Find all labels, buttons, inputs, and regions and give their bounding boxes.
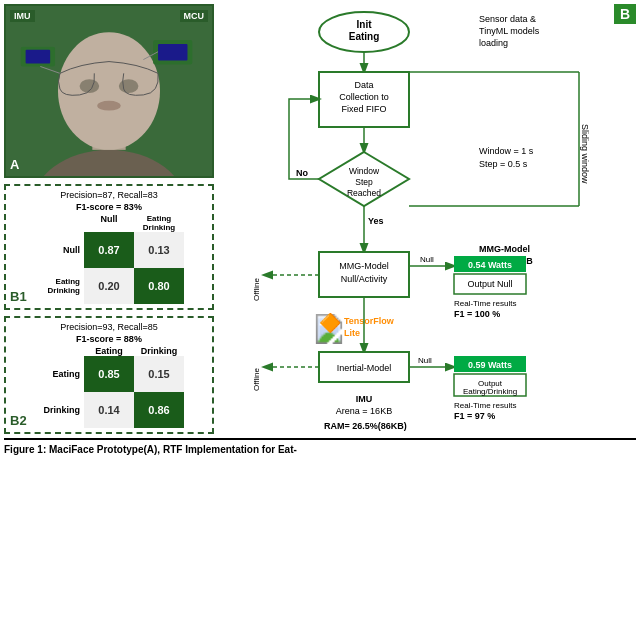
matrix-b2-grid: Eating Drinking Eating 0.85 0.15 Drinkin… bbox=[10, 346, 208, 428]
svg-text:Eating/Drinking: Eating/Drinking bbox=[463, 387, 517, 396]
matrix-b1-row1: Null 0.87 0.13 bbox=[34, 232, 184, 268]
panel-b2-label: B2 bbox=[10, 413, 27, 428]
svg-text:Real-Time results: Real-Time results bbox=[454, 299, 516, 308]
matrix-b1-title2: F1-score = 83% bbox=[10, 202, 208, 212]
matrix-b2-box: Precision=93, Recall=85 F1-score = 88% E… bbox=[4, 316, 214, 434]
svg-text:Step = 0.5 s: Step = 0.5 s bbox=[479, 159, 528, 169]
matrix-b1-grid: Null EatingDrinking Null 0.87 0.13 Eatin… bbox=[10, 214, 208, 304]
svg-text:TinyML models: TinyML models bbox=[479, 26, 540, 36]
svg-text:Reached: Reached bbox=[347, 188, 381, 198]
panel-a-label: A bbox=[10, 157, 19, 172]
mcu-label: MCU bbox=[180, 10, 209, 22]
svg-text:Lite: Lite bbox=[344, 328, 360, 338]
main-container: IMU MCU A Precision=87, Recall=83 F1-sco… bbox=[0, 0, 640, 642]
cell-080: 0.80 bbox=[134, 268, 184, 304]
svg-text:TensorFlow: TensorFlow bbox=[344, 316, 395, 326]
svg-text:0.59 Watts: 0.59 Watts bbox=[468, 360, 512, 370]
svg-text:Null: Null bbox=[418, 356, 432, 365]
svg-text:loading: loading bbox=[479, 38, 508, 48]
svg-text:Eating: Eating bbox=[349, 31, 380, 42]
cell-086: 0.86 bbox=[134, 392, 184, 428]
svg-text:Inertial-Model: Inertial-Model bbox=[337, 363, 392, 373]
col-label-drinking: Drinking bbox=[134, 346, 184, 356]
caption-text: Figure 1: MaciFace Prototype(A), RTF Imp… bbox=[4, 444, 297, 455]
svg-text:Sensor data &: Sensor data & bbox=[479, 14, 536, 24]
matrix-b1-box: Precision=87, Recall=83 F1-score = 83% N… bbox=[4, 184, 214, 310]
row-label-null: Null bbox=[34, 245, 84, 255]
svg-point-6 bbox=[97, 101, 121, 111]
svg-text:Window: Window bbox=[349, 166, 380, 176]
col-label-eating-drinking: EatingDrinking bbox=[134, 214, 184, 232]
svg-point-3 bbox=[58, 32, 160, 150]
svg-text:🔶: 🔶 bbox=[319, 312, 342, 334]
right-panel: B Init Eating Sensor data & TinyML model… bbox=[224, 4, 636, 434]
matrix-b2-row2: Drinking 0.14 0.86 bbox=[34, 392, 184, 428]
svg-text:F1 = 97 %: F1 = 97 % bbox=[454, 411, 495, 421]
left-panel: IMU MCU A Precision=87, Recall=83 F1-sco… bbox=[4, 4, 224, 434]
svg-text:IMU: IMU bbox=[356, 394, 373, 404]
svg-text:Init: Init bbox=[357, 19, 373, 30]
cell-087: 0.87 bbox=[84, 232, 134, 268]
svg-text:Real-Time results: Real-Time results bbox=[454, 401, 516, 410]
imu-label: IMU bbox=[10, 10, 35, 22]
matrix-b1-row2: EatingDrinking 0.20 0.80 bbox=[34, 268, 184, 304]
top-section: IMU MCU A Precision=87, Recall=83 F1-sco… bbox=[4, 4, 636, 434]
svg-text:RAM= 26.5%(86KB): RAM= 26.5%(86KB) bbox=[324, 421, 407, 431]
svg-text:No: No bbox=[296, 168, 308, 178]
flowchart-svg: Init Eating Sensor data & TinyML models … bbox=[234, 4, 634, 434]
row-label-drinking: Drinking bbox=[34, 405, 84, 415]
svg-text:Yes: Yes bbox=[368, 216, 384, 226]
svg-text:Window = 1 s: Window = 1 s bbox=[479, 146, 534, 156]
svg-text:MMG-Model: MMG-Model bbox=[479, 244, 530, 254]
svg-text:Data: Data bbox=[354, 80, 373, 90]
matrix-b1-col-labels: Null EatingDrinking bbox=[84, 214, 184, 232]
svg-text:MMG-Model: MMG-Model bbox=[339, 261, 389, 271]
matrix-b2-title1: Precision=93, Recall=85 bbox=[10, 322, 208, 332]
svg-text:Collection to: Collection to bbox=[339, 92, 389, 102]
photo-inner bbox=[6, 6, 212, 176]
panel-b1-label: B1 bbox=[10, 289, 27, 304]
svg-rect-8 bbox=[26, 50, 51, 64]
matrix-b2-title2: F1-score = 88% bbox=[10, 334, 208, 344]
row-label-eating: Eating bbox=[34, 369, 84, 379]
svg-point-5 bbox=[119, 79, 139, 93]
matrix-b2-row1: Eating 0.85 0.15 bbox=[34, 356, 184, 392]
col-label-eating: Eating bbox=[84, 346, 134, 356]
cell-020: 0.20 bbox=[84, 268, 134, 304]
svg-text:Output Null: Output Null bbox=[467, 279, 512, 289]
cell-014: 0.14 bbox=[84, 392, 134, 428]
svg-text:Sliding window: Sliding window bbox=[580, 124, 590, 184]
svg-text:Null/Activity: Null/Activity bbox=[341, 274, 388, 284]
svg-text:Step: Step bbox=[355, 177, 373, 187]
svg-text:Offline: Offline bbox=[252, 367, 261, 391]
photo-box: IMU MCU A bbox=[4, 4, 214, 178]
svg-text:0.54 Watts: 0.54 Watts bbox=[468, 260, 512, 270]
matrix-b1-title1: Precision=87, Recall=83 bbox=[10, 190, 208, 200]
cell-013: 0.13 bbox=[134, 232, 184, 268]
cell-085: 0.85 bbox=[84, 356, 134, 392]
cell-015: 0.15 bbox=[134, 356, 184, 392]
svg-text:Null: Null bbox=[420, 255, 434, 264]
bottom-caption: Figure 1: MaciFace Prototype(A), RTF Imp… bbox=[4, 438, 636, 455]
photo-svg bbox=[6, 4, 212, 178]
svg-rect-11 bbox=[158, 44, 187, 61]
matrix-b2-col-labels: Eating Drinking bbox=[84, 346, 184, 356]
row-label-eating-drinking: EatingDrinking bbox=[34, 277, 84, 295]
col-label-null: Null bbox=[84, 214, 134, 232]
svg-text:Offline: Offline bbox=[252, 277, 261, 301]
svg-text:F1 = 100 %: F1 = 100 % bbox=[454, 309, 500, 319]
svg-text:Arena = 16KB: Arena = 16KB bbox=[336, 406, 392, 416]
svg-text:Fixed FIFO: Fixed FIFO bbox=[341, 104, 386, 114]
